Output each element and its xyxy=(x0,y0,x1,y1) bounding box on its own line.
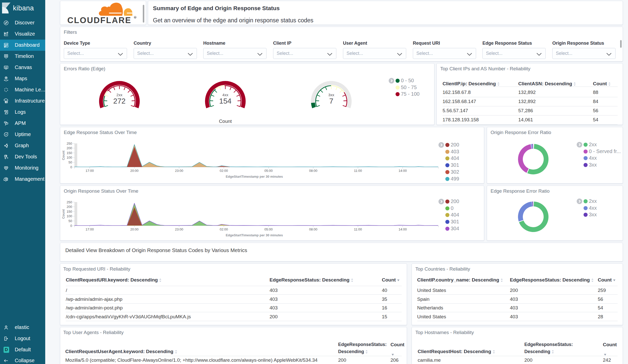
svg-text:50: 50 xyxy=(69,219,72,223)
svg-text:0: 0 xyxy=(70,165,72,169)
svg-text:20:00: 20:00 xyxy=(130,169,139,173)
svg-text:200: 200 xyxy=(67,146,72,150)
svg-text:Count: Count xyxy=(219,119,232,124)
svg-text:17:00: 17:00 xyxy=(86,227,94,231)
svg-text:Count: Count xyxy=(61,209,65,219)
svg-text:23:00: 23:00 xyxy=(175,227,183,231)
svg-text:11:00: 11:00 xyxy=(354,169,362,173)
svg-text:23:00: 23:00 xyxy=(175,169,183,173)
svg-text:100: 100 xyxy=(67,214,72,218)
svg-text:EdgeStartTimestamp per 30 minu: EdgeStartTimestamp per 30 minutes xyxy=(226,233,283,237)
svg-text:14:00: 14:00 xyxy=(399,227,407,231)
svg-text:154: 154 xyxy=(219,97,231,105)
svg-text:08:00: 08:00 xyxy=(309,227,318,231)
svg-text:250: 250 xyxy=(67,142,72,145)
svg-text:02:00: 02:00 xyxy=(220,227,228,231)
svg-text:08:00: 08:00 xyxy=(309,169,318,173)
svg-text:50: 50 xyxy=(69,160,72,164)
svg-text:100: 100 xyxy=(67,156,72,159)
svg-text:CLOUDFLARE: CLOUDFLARE xyxy=(67,15,131,25)
svg-text:3xx: 3xx xyxy=(328,93,334,97)
svg-text:20:00: 20:00 xyxy=(130,227,139,231)
svg-text:R: R xyxy=(135,17,136,18)
svg-text:2xx: 2xx xyxy=(116,93,122,97)
svg-text:EdgeStartTimestamp per 30 minu: EdgeStartTimestamp per 30 minutes xyxy=(226,175,283,178)
svg-text:02:00: 02:00 xyxy=(220,169,228,173)
svg-text:272: 272 xyxy=(113,97,125,105)
svg-text:11:00: 11:00 xyxy=(354,227,362,231)
svg-text:14:00: 14:00 xyxy=(399,169,407,173)
svg-text:Count: Count xyxy=(61,151,65,160)
svg-text:150: 150 xyxy=(67,210,72,213)
svg-text:05:00: 05:00 xyxy=(264,227,273,231)
svg-text:7: 7 xyxy=(329,97,333,105)
svg-text:17:00: 17:00 xyxy=(86,169,94,173)
svg-text:05:00: 05:00 xyxy=(264,169,273,173)
svg-text:0: 0 xyxy=(70,224,72,228)
svg-text:200: 200 xyxy=(67,205,72,209)
svg-text:250: 250 xyxy=(67,200,72,204)
svg-text:4xx: 4xx xyxy=(222,93,228,97)
svg-text:150: 150 xyxy=(67,151,72,155)
